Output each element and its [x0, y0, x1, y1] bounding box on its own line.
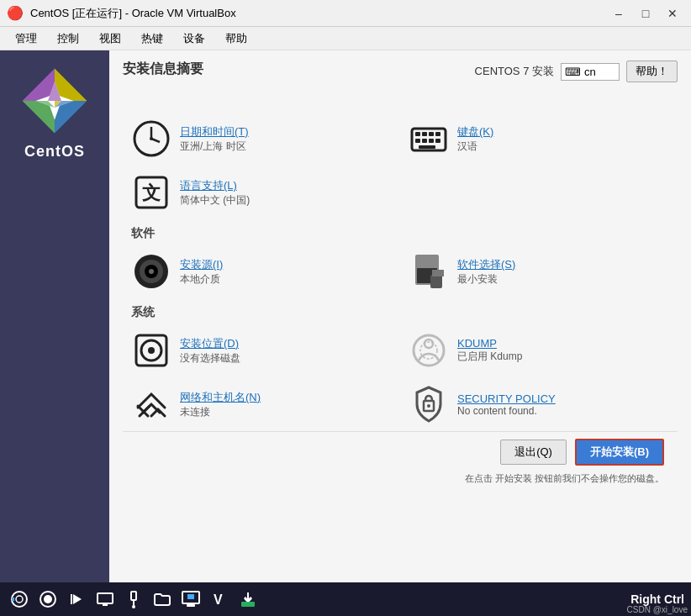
taskbar-disk-icon[interactable]: [7, 587, 32, 612]
taskbar-media-icon[interactable]: [64, 587, 89, 612]
menu-view[interactable]: 视图: [91, 29, 129, 48]
install-location-title: 安装位置(D): [180, 336, 240, 351]
svg-point-45: [427, 404, 430, 408]
language-option[interactable]: 文 语言支持(L) 简体中文 (中国): [123, 166, 400, 219]
install-note: 在点击 开始安装 按钮前我们不会操作您的磁盘。: [123, 472, 678, 490]
install-location-icon: [131, 330, 171, 371]
language-subtitle: 简体中文 (中国): [180, 193, 250, 208]
minimize-button[interactable]: –: [607, 4, 630, 23]
menu-hotkey[interactable]: 热键: [133, 29, 171, 48]
close-button[interactable]: ✕: [661, 4, 684, 23]
localization-grid: 日期和时间(T) 亚洲/上海 时区: [123, 112, 678, 219]
install-source-title: 安装源(I): [180, 257, 223, 272]
taskbar-v-icon[interactable]: V: [207, 587, 232, 612]
svg-text:V: V: [214, 592, 223, 607]
software-section: 软件 安装源(I) 本地介质: [123, 226, 678, 298]
kdump-text: KDUMP 已启用 Kdump: [457, 337, 522, 364]
language-text: 语言支持(L) 简体中文 (中国): [180, 178, 250, 208]
install-button[interactable]: 开始安装(B): [575, 439, 664, 466]
keyboard-text: 键盘(K) 汉语: [457, 124, 493, 154]
datetime-text: 日期和时间(T) 亚洲/上海 时区: [180, 124, 249, 154]
menu-help[interactable]: 帮助: [217, 29, 256, 48]
network-option[interactable]: 网络和主机名(N) 未连接: [123, 377, 400, 431]
language-input[interactable]: ⌨ cn: [561, 63, 620, 81]
window-icon: 🔴: [7, 5, 24, 22]
install-location-subtitle: 没有选择磁盘: [180, 351, 240, 366]
svg-marker-35: [432, 270, 444, 276]
svg-rect-24: [435, 139, 440, 143]
kdump-subtitle: 已启用 Kdump: [457, 350, 522, 364]
svg-rect-48: [12, 598, 14, 601]
install-location-text: 安装位置(D) 没有选择磁盘: [180, 336, 240, 366]
security-icon: [409, 384, 449, 424]
network-text: 网络和主机名(N) 未连接: [180, 390, 261, 419]
install-source-text: 安装源(I) 本地介质: [180, 257, 223, 287]
maximize-button[interactable]: □: [634, 4, 657, 23]
svg-point-40: [425, 340, 433, 348]
svg-marker-51: [73, 594, 82, 604]
svg-rect-19: [429, 132, 434, 136]
svg-point-58: [132, 605, 135, 608]
window-title: CentOS [正在运行] - Oracle VM VirtualBox: [30, 6, 607, 21]
svg-rect-23: [429, 139, 434, 143]
svg-point-50: [44, 595, 52, 603]
software-select-subtitle: 最小安装: [457, 272, 515, 287]
network-subtitle: 未连接: [180, 405, 261, 419]
taskbar-usb-icon[interactable]: [121, 587, 146, 612]
svg-rect-22: [422, 139, 427, 143]
datetime-subtitle: 亚洲/上海 时区: [180, 140, 249, 154]
lang-code-value: cn: [584, 66, 596, 78]
language-icon: 文: [131, 172, 171, 213]
network-title: 网络和主机名(N): [180, 390, 261, 405]
svg-rect-60: [187, 604, 195, 607]
bottom-buttons: 退出(Q) 开始安装(B): [123, 431, 678, 472]
install-location-option[interactable]: 安装位置(D) 没有选择磁盘: [123, 324, 400, 377]
menu-devices[interactable]: 设备: [175, 29, 214, 48]
kdump-option[interactable]: KDUMP 已启用 Kdump: [400, 324, 678, 377]
keyboard-option[interactable]: 键盘(K) 汉语: [400, 112, 678, 166]
kdump-icon: [409, 330, 449, 371]
system-grid: 安装位置(D) 没有选择磁盘 KDU: [123, 324, 678, 431]
taskbar-circle-icon[interactable]: [35, 587, 61, 612]
security-policy-title: SECURITY POLICY: [457, 392, 556, 405]
exit-button[interactable]: 退出(Q): [500, 440, 567, 465]
svg-rect-20: [435, 132, 440, 136]
svg-point-15: [150, 137, 153, 140]
taskbar-download-icon[interactable]: [235, 587, 261, 612]
menu-bar: 管理 控制 视图 热键 设备 帮助: [0, 27, 691, 50]
content-area: 安装信息摘要 CENTOS 7 安装 ⌨ cn 帮助！: [109, 50, 691, 582]
top-right-controls: CENTOS 7 安装 ⌨ cn 帮助！: [475, 61, 678, 82]
security-policy-subtitle: No content found.: [457, 405, 556, 417]
svg-rect-17: [415, 132, 420, 136]
datetime-option[interactable]: 日期和时间(T) 亚洲/上海 时区: [123, 112, 400, 166]
svg-text:文: 文: [142, 182, 161, 203]
taskbar-monitor-icon[interactable]: [178, 587, 203, 612]
network-icon: [131, 384, 171, 424]
software-select-title: 软件选择(S): [457, 257, 515, 272]
install-source-option[interactable]: 安装源(I) 本地介质: [123, 245, 400, 298]
svg-rect-25: [419, 145, 435, 149]
keyboard-subtitle: 汉语: [457, 140, 493, 154]
software-label: 软件: [131, 226, 678, 241]
menu-control[interactable]: 控制: [49, 29, 87, 48]
software-select-option[interactable]: 软件选择(S) 最小安装: [400, 245, 678, 298]
help-button[interactable]: 帮助！: [626, 61, 678, 82]
svg-rect-34: [430, 275, 442, 288]
svg-rect-61: [187, 594, 194, 599]
datetime-icon: [131, 118, 171, 159]
software-select-icon: [409, 251, 449, 292]
sidebar: CentOS: [0, 50, 109, 582]
centos-install-label: CENTOS 7 安装: [475, 64, 554, 79]
window-controls: – □ ✕: [607, 4, 684, 23]
install-source-subtitle: 本地介质: [180, 272, 223, 287]
svg-rect-18: [422, 132, 427, 136]
taskbar-folder-icon[interactable]: [150, 587, 175, 612]
svg-point-38: [148, 347, 155, 354]
taskbar-screen-icon[interactable]: [92, 587, 118, 612]
security-policy-option[interactable]: SECURITY POLICY No content found.: [400, 377, 678, 431]
localization-section: 日期和时间(T) 亚洲/上海 时区: [123, 112, 678, 219]
title-bar: 🔴 CentOS [正在运行] - Oracle VM VirtualBox –…: [0, 0, 691, 27]
menu-manage[interactable]: 管理: [7, 29, 45, 48]
system-section: 系统 安装位置(D): [123, 305, 678, 431]
main-window: CentOS 安装信息摘要 CENTOS 7 安装 ⌨ cn 帮助！: [0, 50, 691, 582]
